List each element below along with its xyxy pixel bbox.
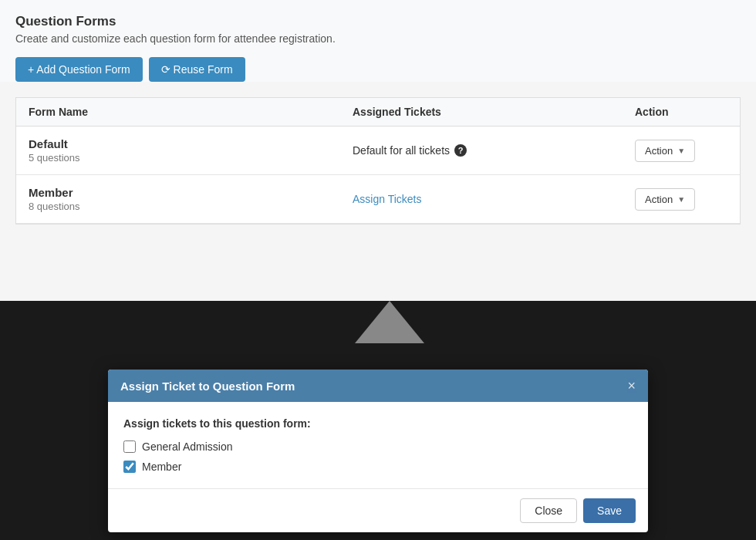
member-label[interactable]: Member xyxy=(142,461,181,473)
modal-close-button[interactable]: × xyxy=(627,379,636,393)
modal-title: Assign Ticket to Question Form xyxy=(120,380,295,393)
general-admission-checkbox[interactable] xyxy=(123,440,136,453)
member-checkbox[interactable] xyxy=(123,461,136,473)
ticket-checkbox-member: Member xyxy=(123,461,633,473)
general-admission-label[interactable]: General Admission xyxy=(142,440,233,453)
close-button[interactable]: Close xyxy=(520,498,577,523)
modal-body: Assign tickets to this question form: Ge… xyxy=(108,402,648,488)
ticket-checkbox-general: General Admission xyxy=(123,440,633,453)
modal-footer: Close Save xyxy=(108,488,648,532)
modal-header: Assign Ticket to Question Form × xyxy=(108,370,648,402)
modal-instruction: Assign tickets to this question form: xyxy=(123,417,633,430)
assign-ticket-modal: Assign Ticket to Question Form × Assign … xyxy=(108,370,648,532)
save-button[interactable]: Save xyxy=(583,498,636,523)
modal-overlay: Assign Ticket to Question Form × Assign … xyxy=(0,0,756,540)
